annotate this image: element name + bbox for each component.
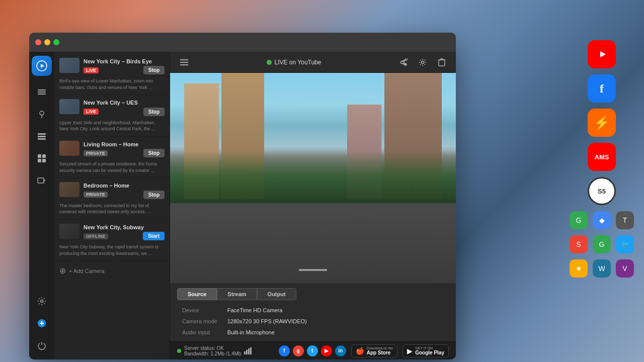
camera-thumb-2 xyxy=(59,141,79,156)
camera-item-1[interactable]: New York City – UES LIVE Stop Upper East… xyxy=(54,95,170,136)
play-icon: ▶ xyxy=(407,347,413,355)
close-button[interactable] xyxy=(35,39,41,45)
camera-status-row-0: LIVE Stop xyxy=(84,66,165,74)
camera-item-2[interactable]: Living Room – Home Private Stop Secured … xyxy=(54,137,170,178)
linkedin-social-icon[interactable]: in xyxy=(335,345,346,356)
stop-button-2[interactable]: Stop xyxy=(143,149,165,157)
apple-icon: 🍎 xyxy=(356,347,364,355)
svg-rect-8 xyxy=(38,133,46,135)
svg-rect-14 xyxy=(42,159,46,162)
camera-item-3[interactable]: Bedroom – Home Private Stop The master b… xyxy=(54,178,170,219)
add-camera-label: + Add Camera xyxy=(69,268,105,274)
traffic-lights xyxy=(35,39,59,45)
top-bar-left xyxy=(177,55,191,69)
tab-output[interactable]: Output xyxy=(257,288,296,300)
audio-input-label: Audio input xyxy=(182,328,217,336)
camera-mode-label: Camera mode xyxy=(182,317,217,325)
top-bar-right xyxy=(396,55,449,69)
camera-status-row-2: Private Stop xyxy=(84,149,165,157)
sidebar-app-icon[interactable] xyxy=(32,56,52,76)
facebook-desktop-icon[interactable]: f xyxy=(588,74,616,103)
desktop-icons-panel: f ⚡ AMS S5 G ◆ T S G 🐦 ★ W V xyxy=(570,40,634,278)
s5-desktop-icon[interactable]: S5 xyxy=(588,177,616,205)
sidebar-icon-settings[interactable] xyxy=(32,291,52,311)
status-badge-0: LIVE xyxy=(84,67,99,73)
svg-point-22 xyxy=(421,61,424,63)
camera-item-4[interactable]: New York City, Subway Offline Start New … xyxy=(54,220,170,261)
status-bar: Server status: OK Bandwidth: 1.2Mb /1.4M… xyxy=(170,341,456,359)
sidebar-icon-list[interactable] xyxy=(32,126,52,146)
status-badge-3: Private xyxy=(84,192,108,198)
stop-button-3[interactable]: Stop xyxy=(143,191,165,199)
top-bar: LIVE on YouTube xyxy=(170,52,456,73)
small-icon-1[interactable]: G xyxy=(570,211,588,229)
svg-rect-12 xyxy=(42,154,46,158)
camera-desc-3: The master bedroom, connected to my list… xyxy=(59,203,165,215)
live-indicator: LIVE on YouTube xyxy=(267,59,321,66)
small-icon-9[interactable]: V xyxy=(616,259,634,278)
audio-input-value: Built-in Microphone xyxy=(227,328,444,336)
trash-icon[interactable] xyxy=(435,55,449,69)
minimize-button[interactable] xyxy=(44,39,50,45)
social-icons-row: f g t ▶ in xyxy=(279,345,346,356)
main-window: New York City – Birds Eye LIVE Stop Bird… xyxy=(29,33,456,359)
settings-icon[interactable] xyxy=(416,55,430,69)
status-right: f g t ▶ in 🍎 Download on the App Store xyxy=(279,344,449,357)
small-icon-2[interactable]: ◆ xyxy=(593,211,611,229)
camera-item-0[interactable]: New York City – Birds Eye LIVE Stop Bird… xyxy=(54,54,170,95)
small-icon-5[interactable]: G xyxy=(593,235,611,253)
camera-thumb-1 xyxy=(59,99,79,114)
add-camera-button[interactable]: ⊕ + Add Camera xyxy=(54,261,170,281)
youtube-desktop-icon[interactable] xyxy=(588,40,616,68)
camera-name-3: Bedroom – Home xyxy=(84,182,165,189)
app-store-text: Download on the App Store xyxy=(367,346,393,355)
tab-stream[interactable]: Stream xyxy=(217,288,257,300)
status-badge-4: Offline xyxy=(84,233,108,239)
camera-status-row-1: LIVE Stop xyxy=(84,108,165,116)
camera-info-2: Living Room – Home Private Stop xyxy=(84,141,165,159)
lightning-desktop-icon[interactable]: ⚡ xyxy=(588,109,616,137)
tab-source[interactable]: Source xyxy=(177,288,217,300)
sidebar-icon-location[interactable] xyxy=(32,104,52,124)
sidebar-icon-power[interactable] xyxy=(32,335,52,355)
small-icon-7[interactable]: ★ xyxy=(570,259,588,278)
youtube-social-icon[interactable]: ▶ xyxy=(321,345,332,356)
sidebar-icon-layers[interactable] xyxy=(32,82,52,102)
google-play-badge[interactable]: ▶ GET IT ON Google Play xyxy=(403,344,449,357)
stop-button-1[interactable]: Stop xyxy=(143,108,165,116)
sidebar-icon-grid[interactable] xyxy=(32,148,52,168)
small-icon-3[interactable]: T xyxy=(616,211,634,229)
app-store-badge[interactable]: 🍎 Download on the App Store xyxy=(351,344,398,357)
camera-mode-value: 644x362 30 FPS (RAWVIDEO) xyxy=(227,317,444,325)
camera-name-4: New York City, Subway xyxy=(84,224,165,231)
share-icon[interactable] xyxy=(396,55,411,69)
start-button-4[interactable]: Start xyxy=(143,232,165,240)
stop-button-0[interactable]: Stop xyxy=(143,66,165,74)
small-icon-8[interactable]: W xyxy=(593,259,611,278)
small-icon-4[interactable]: S xyxy=(570,235,588,253)
camera-info-0: New York City – Birds Eye LIVE Stop xyxy=(84,58,165,76)
svg-rect-4 xyxy=(38,89,46,90)
sidebar-icon-plus[interactable] xyxy=(32,313,52,333)
svg-rect-24 xyxy=(244,351,246,354)
camera-desc-1: Upper East Side and neighborhood, Manhat… xyxy=(59,120,165,132)
svg-rect-11 xyxy=(38,154,41,158)
camera-info-1: New York City – UES LIVE Stop xyxy=(84,99,165,117)
camera-status-row-3: Private Stop xyxy=(84,191,165,199)
small-icon-6[interactable]: 🐦 xyxy=(616,235,634,253)
menu-icon[interactable] xyxy=(177,55,191,69)
camera-desc-2: Secured stream of a private residence, t… xyxy=(59,161,165,173)
sidebar-icon-video[interactable] xyxy=(32,170,52,191)
camera-thumb-0 xyxy=(59,58,79,73)
bandwidth-label: Bandwidth: 1.2Mb /1.4Mb xyxy=(184,351,241,356)
svg-rect-27 xyxy=(250,347,252,354)
google-social-icon[interactable]: g xyxy=(293,345,304,356)
ams-desktop-icon[interactable]: AMS xyxy=(588,143,616,171)
maximize-button[interactable] xyxy=(53,39,59,45)
svg-rect-9 xyxy=(38,136,46,137)
status-badge-1: LIVE xyxy=(84,109,99,115)
camera-name-2: Living Room – Home xyxy=(84,141,165,148)
facebook-social-icon[interactable]: f xyxy=(279,345,290,356)
twitter-social-icon[interactable]: t xyxy=(307,345,318,356)
svg-marker-16 xyxy=(44,179,46,182)
